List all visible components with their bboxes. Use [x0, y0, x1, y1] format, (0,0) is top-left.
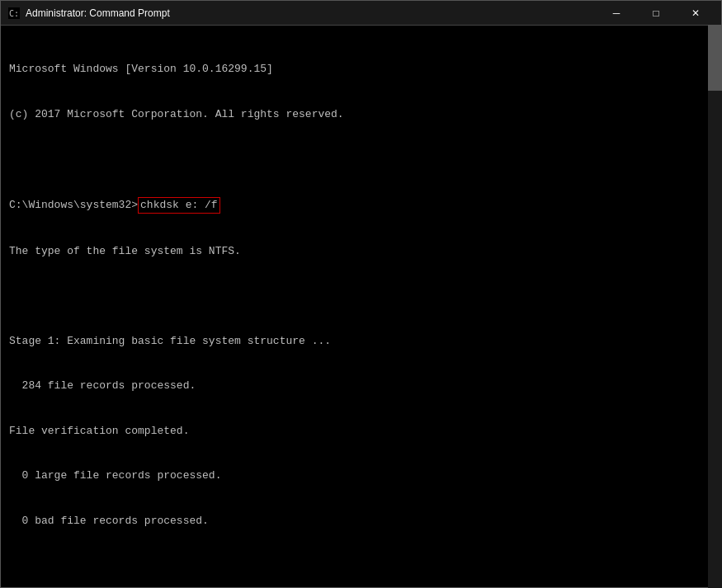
- svg-text:C:: C:: [9, 9, 19, 18]
- terminal-line-5: [9, 289, 713, 303]
- prompt: C:\Windows\system32>: [9, 198, 138, 213]
- close-button[interactable]: ✕: [677, 1, 715, 26]
- terminal-line-7: 284 file records processed.: [9, 379, 713, 393]
- cmd-icon: C:: [7, 7, 21, 20]
- terminal-line-11: [9, 559, 713, 574]
- terminal-line-2: [9, 153, 713, 167]
- terminal-body[interactable]: Microsoft Windows [Version 10.0.16299.15…: [1, 26, 721, 587]
- title-bar-title: Administrator: Command Prompt: [26, 7, 170, 19]
- terminal-line-6: Stage 1: Examining basic file system str…: [9, 334, 713, 349]
- terminal-line-1: (c) 2017 Microsoft Corporation. All righ…: [9, 107, 713, 122]
- terminal-line-9: 0 large file records processed.: [9, 468, 713, 483]
- title-bar-left: C: Administrator: Command Prompt: [7, 7, 170, 20]
- cmd-line: C:\Windows\system32>chkdsk e: /f: [9, 197, 713, 214]
- scrollbar-thumb[interactable]: [708, 25, 722, 91]
- command-text[interactable]: chkdsk e: /f: [138, 197, 220, 214]
- title-bar: C: Administrator: Command Prompt ─ □ ✕: [1, 1, 721, 26]
- minimize-button[interactable]: ─: [597, 1, 635, 26]
- cmd-window: C: Administrator: Command Prompt ─ □ ✕ M…: [0, 0, 722, 588]
- scrollbar-track[interactable]: [708, 25, 722, 588]
- terminal-line-8: File verification completed.: [9, 424, 713, 439]
- title-bar-controls: ─ □ ✕: [597, 1, 715, 26]
- terminal-line-4: The type of the file system is NTFS.: [9, 244, 713, 259]
- terminal-line-10: 0 bad file records processed.: [9, 514, 713, 529]
- window: C: Administrator: Command Prompt ─ □ ✕ M…: [0, 0, 722, 588]
- terminal-line-0: Microsoft Windows [Version 10.0.16299.15…: [9, 62, 713, 77]
- maximize-button[interactable]: □: [637, 1, 675, 26]
